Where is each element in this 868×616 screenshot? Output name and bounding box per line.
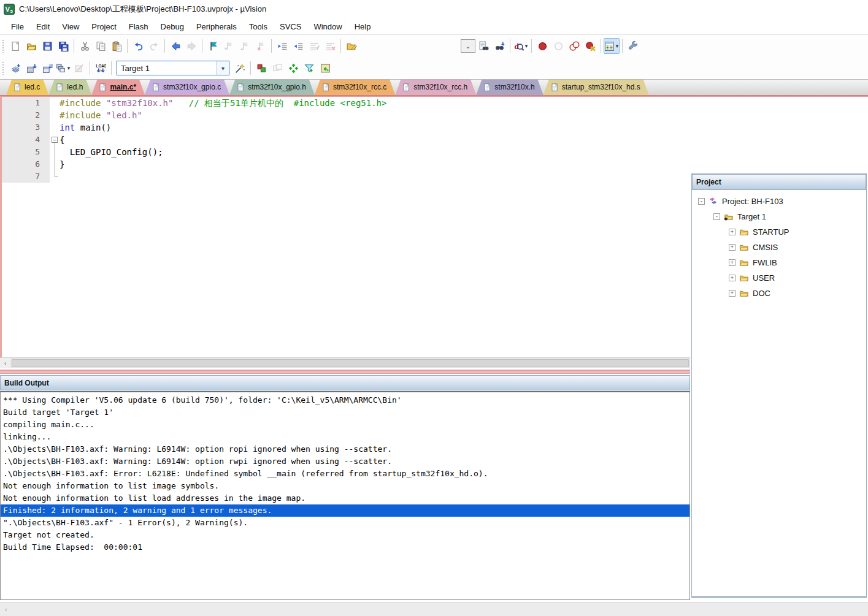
code-line[interactable]: 6} [2, 158, 690, 170]
menu-item-tools[interactable]: Tools [243, 20, 274, 34]
code-line[interactable]: 7 [2, 170, 690, 183]
disable-all-breakpoints-button[interactable] [566, 38, 582, 54]
tab-stm32f10x-rcc-h[interactable]: stm32f10x_rcc.h [395, 80, 476, 95]
manage-project-items-button[interactable] [253, 60, 269, 76]
scrollbar-thumb[interactable] [12, 359, 689, 367]
tab-led-h[interactable]: led.h [48, 80, 91, 95]
toolbar-grip[interactable] [2, 61, 4, 75]
expand-plus-box[interactable]: + [729, 290, 735, 297]
comment-button[interactable] [306, 38, 322, 54]
build-output-line[interactable]: .\Objects\BH-F103.axf: Warning: L6914W: … [1, 455, 689, 468]
open-file-button[interactable] [23, 38, 39, 54]
tab-stm32f10x-rcc-c[interactable]: stm32f10x_rcc.c [315, 80, 395, 95]
dropdown-caret-icon[interactable]: ▾ [67, 65, 71, 71]
tree-item-project-bh-f103[interactable]: -Project: BH-F103 [692, 194, 866, 209]
start-stop-debug-button[interactable]: d▾ [513, 38, 529, 54]
tab-main-c[interactable]: main.c* [91, 80, 145, 95]
tree-item-target-1[interactable]: -✱Target 1 [692, 209, 866, 224]
code-editor[interactable]: 1#include "stm32f10x.h" // 相当于51单片机中的 #i… [0, 97, 690, 357]
search-history-combo[interactable]: ⌄ [461, 39, 475, 53]
scroll-left-arrow[interactable]: ‹ [0, 606, 7, 613]
build-output-line[interactable]: Not enough information to list image sym… [1, 480, 689, 492]
find-in-files-button[interactable] [475, 38, 491, 54]
stop-build-button[interactable] [71, 60, 87, 76]
save-button[interactable] [39, 38, 55, 54]
find-button[interactable] [491, 38, 507, 54]
cut-button[interactable] [77, 38, 93, 54]
fold-margin[interactable]: – [50, 134, 60, 146]
menu-item-view[interactable]: View [56, 20, 85, 34]
editor-horizontal-scrollbar[interactable]: ‹ [0, 357, 690, 368]
code-line[interactable]: 3int main() [2, 121, 690, 134]
options-for-target-button[interactable] [232, 60, 248, 76]
file-extensions-button[interactable] [285, 60, 301, 76]
tab-stm32f10x-h[interactable]: stm32f10x.h [476, 80, 543, 95]
build-output-line[interactable]: Target not created. [1, 529, 689, 541]
build-output-line[interactable]: Build Time Elapsed: 00:00:01 [1, 541, 689, 553]
combo-dropdown-button[interactable]: ▾ [217, 61, 229, 75]
build-output-line-selected[interactable]: Finished: 2 information, 2 warning and 1… [1, 504, 689, 517]
scroll-left-arrow[interactable]: ‹ [0, 358, 10, 368]
bookmark-toggle-button[interactable] [205, 38, 221, 54]
build-output-pane[interactable]: *** Using Compiler 'V5.06 update 6 (buil… [0, 391, 690, 600]
new-file-button[interactable] [7, 38, 23, 54]
target-select-combo[interactable]: Target 1▾ [117, 61, 229, 75]
tree-item-cmsis[interactable]: +CMSIS [692, 240, 866, 255]
expand-plus-box[interactable]: + [729, 259, 735, 266]
rebuild-button[interactable] [39, 60, 55, 76]
batch-build-button[interactable]: ▾ [55, 60, 71, 76]
paste-button[interactable] [109, 38, 125, 54]
build-button[interactable] [23, 60, 39, 76]
tree-item-fwlib[interactable]: +FWLIB [692, 255, 866, 270]
edit-configuration-button[interactable] [344, 38, 359, 54]
code-line[interactable]: 4–{ [2, 134, 690, 146]
enable-disable-breakpoint-button[interactable] [550, 38, 566, 54]
tree-item-user[interactable]: +USER [692, 270, 866, 286]
bookmark-next-button[interactable] [237, 38, 253, 54]
tab-stm32f10x-gpio-h[interactable]: stm32f10x_gpio.h [229, 80, 315, 95]
build-output-line[interactable]: .\Objects\BH-F103.axf: Warning: L6914W: … [1, 443, 689, 455]
menu-item-svcs[interactable]: SVCS [274, 20, 307, 34]
translate-file-button[interactable] [7, 60, 23, 76]
bookmark-prev-button[interactable] [221, 38, 237, 54]
expand-plus-box[interactable]: + [729, 229, 735, 235]
code-line[interactable]: 2#include "led.h" [2, 109, 690, 121]
multi-project-button[interactable] [269, 60, 285, 76]
dropdown-caret-icon[interactable]: ▾ [615, 43, 619, 49]
menu-item-peripherals[interactable]: Peripherals [190, 20, 243, 34]
dropdown-caret-icon[interactable]: ▾ [524, 43, 528, 49]
build-output-line[interactable]: *** Using Compiler 'V5.06 update 6 (buil… [1, 394, 689, 406]
menu-item-project[interactable]: Project [85, 20, 122, 34]
output-horizontal-scrollbar[interactable]: ‹ [0, 602, 868, 616]
undo-button[interactable] [130, 38, 146, 54]
menu-item-debug[interactable]: Debug [155, 20, 190, 34]
kill-all-breakpoints-button[interactable] [582, 38, 598, 54]
expand-plus-box[interactable]: + [729, 275, 735, 281]
copy-button[interactable] [93, 38, 109, 54]
navigate-back-button[interactable] [167, 38, 183, 54]
pane-splitter[interactable] [0, 370, 690, 374]
uncomment-button[interactable] [322, 38, 338, 54]
menu-item-file[interactable]: File [5, 20, 30, 34]
build-output-line[interactable]: ".\Objects\BH-F103.axf" - 1 Error(s), 2 … [1, 517, 689, 529]
menu-item-window[interactable]: Window [307, 20, 348, 34]
configure-tools-button[interactable] [625, 38, 641, 54]
code-line[interactable]: 5 LED_GPIO_Config(); [2, 146, 690, 158]
tab-startup-stm32f10x-hd-s[interactable]: startup_stm32f10x_hd.s [543, 80, 649, 95]
build-output-header[interactable]: Build Output [0, 375, 690, 390]
build-output-line[interactable]: compiling main.c... [1, 419, 689, 431]
fold-collapse-box[interactable]: – [52, 137, 58, 143]
toolbar-grip[interactable] [2, 39, 4, 53]
build-output-line[interactable]: linking... [1, 431, 689, 443]
select-folders-button[interactable] [301, 60, 317, 76]
window-layout-button[interactable]: ▾ [604, 38, 620, 54]
build-output-line[interactable]: .\Objects\BH-F103.axf: Error: L6218E: Un… [1, 468, 689, 480]
indent-button[interactable] [274, 38, 290, 54]
project-panel-header[interactable]: Project [692, 174, 866, 190]
tree-item-startup[interactable]: +STARTUP [692, 224, 866, 240]
insert-breakpoint-button[interactable] [534, 38, 550, 54]
save-all-button[interactable] [55, 38, 71, 54]
collapse-minus-box[interactable]: - [713, 213, 720, 220]
menu-item-help[interactable]: Help [348, 20, 377, 34]
build-output-line[interactable]: Not enough information to list load addr… [1, 492, 689, 504]
